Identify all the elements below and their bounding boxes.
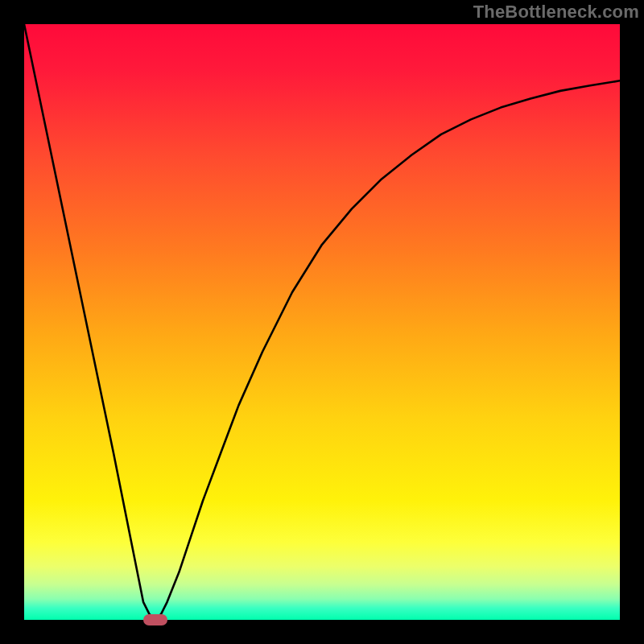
attribution-label: TheBottleneck.com bbox=[473, 2, 639, 23]
chart-curve-svg bbox=[24, 24, 620, 620]
chart-marker bbox=[143, 614, 167, 625]
chart-frame: TheBottleneck.com bbox=[0, 0, 644, 644]
chart-curve bbox=[24, 24, 620, 620]
chart-plot-area bbox=[24, 24, 620, 620]
